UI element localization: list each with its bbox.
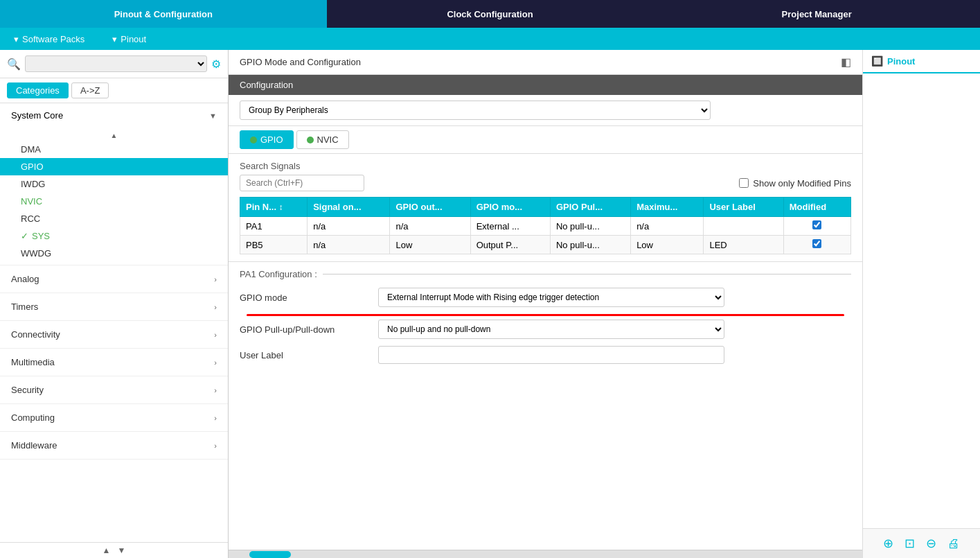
top-header: Pinout & Configuration Clock Configurati… — [0, 0, 980, 28]
th-max[interactable]: Maximu... — [631, 198, 704, 217]
gpio-pull-select[interactable]: No pull-up and no pull-down — [378, 320, 724, 339]
nav-child-rcc[interactable]: RCC — [0, 210, 228, 227]
search-signals-row: Show only Modified Pins — [240, 175, 851, 191]
modified-cb-pb5[interactable] — [812, 239, 821, 248]
config-header-bar: Configuration — [229, 75, 862, 95]
nav-section-multimedia: Multimedia › — [0, 349, 228, 376]
nvic-dot — [307, 137, 314, 143]
chevron-right-connectivity: › — [214, 331, 217, 339]
th-signal[interactable]: Signal on... — [308, 198, 390, 217]
gpio-table: Pin N... ↕ Signal on... GPIO out... GPIO… — [240, 197, 851, 254]
security-header[interactable]: Security › — [0, 376, 228, 403]
nav-child-dma[interactable]: DMA — [0, 141, 228, 158]
nav-section-middleware: Middleware › — [0, 432, 228, 460]
nav-child-wwdg[interactable]: WWDG — [0, 245, 228, 262]
settings-icon[interactable]: ⚙ — [211, 58, 221, 71]
th-mode[interactable]: GPIO mo... — [470, 198, 550, 217]
th-pull[interactable]: GPIO Pul... — [550, 198, 630, 217]
check-icon: ✓ — [21, 231, 28, 241]
config-toolbar: Group By Peripherals — [229, 95, 862, 126]
tab-categories[interactable]: Categories — [7, 82, 69, 98]
fit-screen-icon[interactable]: ⊡ — [905, 536, 915, 551]
tab-project-manager[interactable]: Project Manager — [653, 0, 980, 28]
user-label-row: User Label — [240, 346, 851, 364]
tab-pinout-config[interactable]: Pinout & Configuration — [0, 0, 327, 28]
nav-child-gpio[interactable]: GPIO — [0, 158, 228, 175]
connectivity-header[interactable]: Connectivity › — [0, 321, 228, 348]
nvic-tab-btn[interactable]: NVIC — [296, 130, 349, 149]
show-modified-checkbox[interactable] — [739, 178, 749, 188]
export-icon[interactable]: 🖨 — [947, 537, 960, 551]
center-content: GPIO Mode and Configuration ◧ Configurat… — [229, 50, 862, 558]
nav-child-iwdg[interactable]: IWDG — [0, 175, 228, 193]
nav-section-analog: Analog › — [0, 265, 228, 293]
chevron-down-icon: ▾ — [14, 34, 19, 44]
chevron-right-multimedia: › — [214, 358, 217, 367]
gpio-mode-row: GPIO mode External Interrupt Mode with R… — [240, 288, 851, 307]
th-pin[interactable]: Pin N... ↕ — [240, 198, 308, 217]
chevron-right-security: › — [214, 386, 217, 394]
right-panel: 🔲 Pinout ⊕ ⊡ ⊖ 🖨 — [862, 50, 980, 558]
th-modified[interactable]: Modified — [783, 198, 850, 217]
system-core-children: ▲ DMA GPIO IWDG NVIC RCC ✓ — [0, 128, 228, 265]
sidebar: 🔍 ⚙ Categories A->Z System Core ▼ ▲ — [0, 50, 229, 558]
middleware-header[interactable]: Middleware › — [0, 432, 228, 459]
gpio-dot — [250, 137, 257, 143]
timers-header[interactable]: Timers › — [0, 293, 228, 320]
table-row[interactable]: PA1 n/a n/a External ... No pull-u... n/… — [240, 217, 851, 236]
table-section: Search Signals Show only Modified Pins P… — [229, 154, 862, 261]
chevron-right-timers: › — [214, 303, 217, 311]
signal-search-input[interactable] — [240, 175, 364, 191]
sidebar-scroll-up[interactable]: ▲ — [103, 546, 111, 555]
search-icon[interactable]: 🔍 — [7, 58, 21, 71]
computing-header[interactable]: Computing › — [0, 404, 228, 431]
pa1-config-title: PA1 Configuration : — [240, 269, 851, 279]
th-output[interactable]: GPIO out... — [390, 198, 470, 217]
gpio-mode-select[interactable]: External Interrupt Mode with Rising edge… — [378, 288, 724, 307]
zoom-out-icon[interactable]: ⊖ — [926, 536, 936, 551]
collapse-icon[interactable]: ◧ — [841, 55, 851, 69]
pinout-icon: 🔲 — [871, 55, 883, 67]
multimedia-header[interactable]: Multimedia › — [0, 349, 228, 376]
bottom-scrollbar[interactable] — [229, 550, 862, 558]
zoom-in-icon[interactable]: ⊕ — [883, 536, 893, 551]
pa1-config-section: PA1 Configuration : GPIO mode External I… — [229, 261, 862, 378]
chevron-down-icon-2: ▾ — [112, 34, 117, 44]
th-label[interactable]: User Label — [704, 198, 783, 217]
search-dropdown[interactable] — [25, 55, 207, 72]
gpio-mode-label: GPIO mode — [240, 293, 378, 303]
modified-check-row: Show only Modified Pins — [739, 178, 851, 189]
right-panel-content — [863, 73, 980, 528]
sidebar-scroll-down[interactable]: ▼ — [118, 546, 126, 555]
pinout-sub-btn[interactable]: ▾ Pinout — [98, 34, 160, 44]
pinout-tab[interactable]: 🔲 Pinout — [863, 50, 980, 73]
nav-section-security: Security › — [0, 376, 228, 404]
nav-section-computing: Computing › — [0, 404, 228, 432]
user-label-input[interactable] — [378, 346, 724, 364]
modified-cb-pa1[interactable] — [812, 220, 821, 229]
user-label-label: User Label — [240, 350, 378, 360]
nav-child-nvic[interactable]: NVIC — [0, 193, 228, 210]
red-annotation-line — [240, 314, 851, 317]
chevron-right-analog: › — [214, 275, 217, 284]
group-by-select[interactable]: Group By Peripherals — [240, 101, 711, 120]
search-bar: 🔍 ⚙ — [0, 50, 228, 78]
software-packs-btn[interactable]: ▾ Software Packs — [0, 34, 98, 44]
table-row[interactable]: PB5 n/a Low Output P... No pull-u... Low… — [240, 236, 851, 254]
right-bottom-toolbar: ⊕ ⊡ ⊖ 🖨 — [863, 528, 980, 558]
nav-section-system-core: System Core ▼ ▲ DMA GPIO IWDG NVIC — [0, 103, 228, 265]
gpio-title-bar: GPIO Mode and Configuration ◧ — [229, 50, 862, 75]
sub-header: ▾ Software Packs ▾ Pinout — [0, 28, 980, 50]
system-core-header[interactable]: System Core ▼ — [0, 103, 228, 128]
analog-header[interactable]: Analog › — [0, 265, 228, 293]
gpio-pull-label: GPIO Pull-up/Pull-down — [240, 324, 378, 335]
tab-buttons: GPIO NVIC — [229, 126, 862, 154]
tab-clock-config[interactable]: Clock Configuration — [327, 0, 654, 28]
nav-child-sys[interactable]: ✓ SYS — [0, 227, 228, 245]
tab-a-to-z[interactable]: A->Z — [71, 82, 109, 98]
sidebar-arrows: ▲ ▼ — [0, 542, 228, 558]
search-signals-label: Search Signals — [240, 161, 851, 171]
gpio-tab-btn[interactable]: GPIO — [240, 130, 294, 149]
up-arrow-icon[interactable]: ▲ — [111, 132, 118, 139]
chevron-right-middleware: › — [214, 442, 217, 450]
